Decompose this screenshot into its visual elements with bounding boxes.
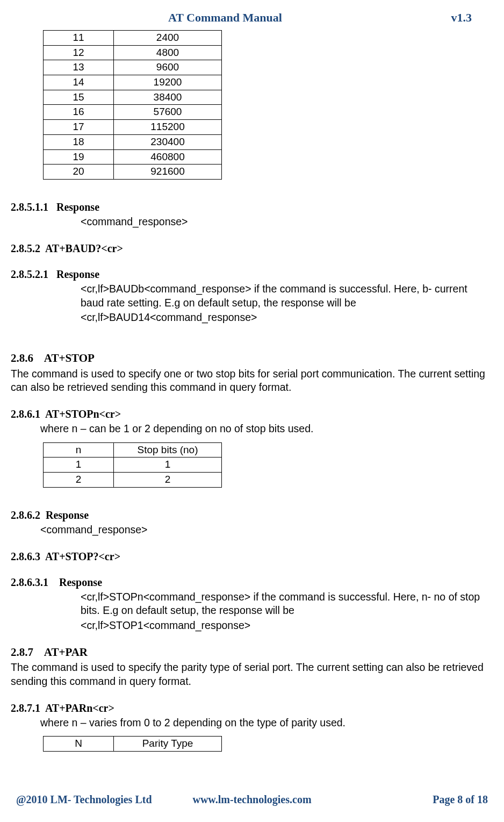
response-line-2: <cr,lf>STOP1<command_response> [81,619,493,632]
parity-table: N Parity Type [43,736,222,752]
heading-text: AT+STOPn<cr> [45,408,121,420]
header-n: N [44,737,114,752]
cell-b: 14 [44,75,114,90]
page-header: AT Command Manual v1.3 [11,11,493,30]
heading-number: 2.8.6.2 [11,508,40,522]
table-row: 124800 [44,45,222,60]
response-text: <command_response> [81,215,493,228]
heading-number: 2.8.7 [11,645,33,660]
heading-number: 2.8.6.3.1 [11,575,48,589]
footer-copyright: @2010 LM- Technologies Ltd [16,794,174,806]
heading-number: 2.8.7.1 [11,701,40,715]
cell-rate: 921600 [114,165,222,180]
heading-2-8-7: 2.8.7 AT+PAR [11,645,493,660]
table-row: 20921600 [44,165,222,180]
heading-text: AT+PAR [44,646,88,659]
section-description: The command is used to specify one or tw… [11,367,493,395]
table-row: 1538400 [44,90,222,105]
cell-rate: 9600 [114,60,222,75]
heading-text: AT+BAUD?<cr> [45,242,123,254]
heading-text: Response [56,268,99,280]
table-row: 139600 [44,60,222,75]
footer-url: www.lm-technologies.com [174,794,331,806]
cell-n: 2 [44,472,114,487]
heading-2-8-6-3: 2.8.6.3 AT+STOP?<cr> [11,549,493,563]
doc-title: AT Command Manual [32,11,418,25]
cell-b: 11 [44,31,114,46]
heading-number: 2.8.5.1.1 [11,200,48,214]
heading-number: 2.8.6 [11,351,33,366]
cell-rate: 38400 [114,90,222,105]
cell-b: 19 [44,149,114,165]
table-row: 17115200 [44,120,222,135]
document-page: AT Command Manual v1.3 112400 124800 139… [0,0,504,822]
subsection-description: where n – varies from 0 to 2 depending o… [40,716,493,730]
heading-2-8-5-2-1: 2.8.5.2.1 Response [11,267,493,281]
cell-rate: 2400 [114,31,222,46]
table-row: 18230400 [44,134,222,149]
table-row: 112400 [44,31,222,46]
response-text: <command_response> [40,523,493,537]
heading-2-8-7-1: 2.8.7.1 AT+PARn<cr> [11,701,493,715]
heading-text: AT+STOP?<cr> [45,551,120,562]
header-type: Parity Type [114,737,222,752]
heading-number: 2.8.6.1 [11,407,40,421]
cell-rate: 4800 [114,45,222,60]
cell-b: 16 [44,105,114,120]
table-header-row: N Parity Type [44,737,222,752]
heading-2-8-5-2: 2.8.5.2 AT+BAUD?<cr> [11,241,493,255]
baud-rate-table: 112400 124800 139600 1419200 1538400 165… [43,30,222,180]
table-row: 19460800 [44,149,222,165]
doc-version: v1.3 [418,11,472,25]
cell-n: 1 [44,458,114,473]
response-line-1: <cr,lf>STOPn<command_response> if the co… [81,590,493,618]
footer-page-number: Page 8 of 18 [330,794,488,806]
page-footer: @2010 LM- Technologies Ltd www.lm-techno… [11,777,493,817]
heading-2-8-6-3-1: 2.8.6.3.1 Response [11,575,493,589]
heading-number: 2.8.6.3 [11,549,40,563]
heading-text: Response [59,576,102,588]
cell-b: 12 [44,45,114,60]
header-n: n [44,442,114,458]
cell-rate: 115200 [114,120,222,135]
page-content: 112400 124800 139600 1419200 1538400 165… [11,30,493,777]
cell-bits: 2 [114,472,222,487]
table-row: 2 2 [44,472,222,487]
table-row: 1419200 [44,75,222,90]
cell-rate: 460800 [114,149,222,165]
cell-rate: 57600 [114,105,222,120]
heading-2-8-6: 2.8.6 AT+STOP [11,351,493,366]
heading-2-8-5-1-1: 2.8.5.1.1 Response [11,200,493,214]
subsection-description: where n – can be 1 or 2 depending on no … [40,422,493,435]
header-bits: Stop bits (no) [114,442,222,458]
heading-number: 2.8.5.2 [11,241,40,255]
cell-bits: 1 [114,458,222,473]
cell-b: 15 [44,90,114,105]
cell-b: 20 [44,165,114,180]
response-line-1: <cr,lf>BAUDb<command_response> if the co… [81,282,493,310]
cell-rate: 230400 [114,134,222,149]
heading-2-8-6-1: 2.8.6.1 AT+STOPn<cr> [11,407,493,421]
table-row: 1657600 [44,105,222,120]
response-line-2: <cr,lf>BAUD14<command_response> [81,311,493,324]
heading-text: Response [56,201,99,213]
cell-b: 13 [44,60,114,75]
cell-rate: 19200 [114,75,222,90]
cell-b: 17 [44,120,114,135]
heading-text: Response [46,509,89,521]
stop-bits-table: n Stop bits (no) 1 1 2 2 [43,442,222,488]
heading-number: 2.8.5.2.1 [11,267,48,281]
heading-2-8-6-2: 2.8.6.2 Response [11,508,493,522]
table-row: 1 1 [44,458,222,473]
heading-text: AT+STOP [44,352,95,364]
cell-b: 18 [44,134,114,149]
heading-text: AT+PARn<cr> [45,702,114,714]
table-header-row: n Stop bits (no) [44,442,222,458]
section-description: The command is used to specify the parit… [11,661,493,688]
